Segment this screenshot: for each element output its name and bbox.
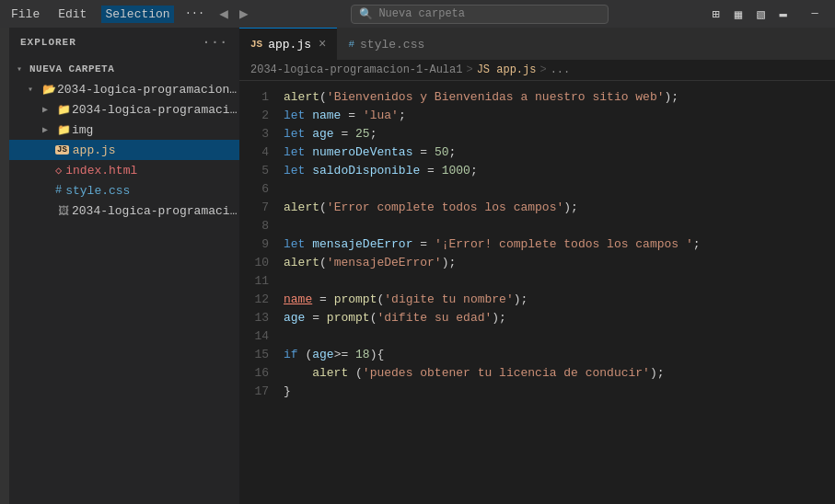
folder-root-label: 2034-logica-programacion-1-Aula1 bbox=[57, 83, 239, 97]
img-expand-icon: ▶ bbox=[42, 124, 55, 135]
menu-file[interactable]: File bbox=[7, 6, 43, 23]
nav-arrows: ◀ ▶ bbox=[215, 5, 251, 23]
search-placeholder: Nueva carpeta bbox=[378, 7, 465, 20]
line-content-12: name = prompt('digite tu nombre'); bbox=[284, 291, 835, 309]
title-bar-right: ⊞ ▦ ▧ ▬ ─ bbox=[708, 5, 828, 24]
folder-expand-icon: ▾ bbox=[28, 84, 41, 95]
line-num-17: 17 bbox=[239, 383, 284, 401]
tab-js-icon: JS bbox=[250, 39, 262, 50]
line-num-9: 9 bbox=[239, 235, 284, 254]
tab-css-icon: # bbox=[348, 39, 354, 50]
code-editor[interactable]: 1 alert('Bienvenidos y Bienvenidas a nue… bbox=[239, 81, 835, 504]
line-num-1: 1 bbox=[239, 88, 284, 107]
code-line-10: 10 alert('mensajeDeError'); bbox=[239, 254, 835, 272]
line-num-11: 11 bbox=[239, 272, 284, 291]
search-input-wrap[interactable]: 🔍 Nueva carpeta bbox=[351, 5, 609, 24]
panel-icon[interactable]: ▬ bbox=[776, 5, 791, 23]
root-folder-label: NUEVA CARPETA bbox=[29, 63, 114, 74]
nav-forward-button[interactable]: ▶ bbox=[236, 5, 252, 23]
file-tree: ▾ NUEVA CARPETA ▾ 📂 2034-logica-programa… bbox=[9, 57, 239, 504]
tab-appjs-label: app.js bbox=[268, 38, 311, 52]
code-line-8: 8 bbox=[239, 217, 835, 235]
minimize-button[interactable]: ─ bbox=[802, 5, 828, 23]
sidebar-item-img[interactable]: ▶ 📁 img bbox=[9, 120, 239, 140]
breadcrumb-symbol: ... bbox=[551, 63, 571, 76]
sidebar-item-appjs[interactable]: JS app.js bbox=[9, 140, 239, 160]
sidebar-item-indexhtml[interactable]: ◇ index.html bbox=[9, 160, 239, 180]
folder-inner-label: 2034-logica-programacion-1-Aula1 bbox=[72, 103, 239, 117]
menu-selection[interactable]: Selection bbox=[101, 6, 173, 23]
folder-closed-icon: 📁 bbox=[55, 103, 72, 117]
line-content-6 bbox=[284, 180, 835, 199]
code-line-3: 3 let age = 25; bbox=[239, 125, 835, 143]
window-controls: ─ bbox=[802, 5, 828, 23]
code-line-15: 15 if (age>= 18){ bbox=[239, 346, 835, 364]
code-line-4: 4 let numeroDeVentas = 50; bbox=[239, 143, 835, 162]
line-num-15: 15 bbox=[239, 346, 284, 364]
search-bar: 🔍 Nueva carpeta bbox=[260, 5, 702, 24]
line-content-11 bbox=[284, 272, 835, 291]
html-file-icon: ◇ bbox=[55, 164, 62, 178]
breadcrumb-sep2: > bbox=[539, 63, 546, 76]
line-content-13: age = prompt('difite su edad'); bbox=[284, 309, 835, 327]
nav-back-button[interactable]: ◀ bbox=[215, 5, 232, 23]
editor-area: JS app.js × # style.css 2034-logica-prog… bbox=[239, 28, 835, 504]
sidebar-item-folder-inner[interactable]: ▶ 📁 2034-logica-programacion-1-Aula1 bbox=[9, 99, 239, 120]
code-line-13: 13 age = prompt('difite su edad'); bbox=[239, 309, 835, 327]
sidebar-item-stylecss[interactable]: # style.css bbox=[9, 180, 239, 200]
remote-icon[interactable]: ⊞ bbox=[708, 5, 723, 24]
line-num-6: 6 bbox=[239, 180, 284, 199]
split-icon[interactable]: ▧ bbox=[753, 5, 768, 24]
tab-appjs-close[interactable]: × bbox=[319, 37, 326, 52]
tab-bar: JS app.js × # style.css bbox=[239, 28, 835, 60]
menu-more[interactable]: ··· bbox=[185, 7, 205, 20]
line-content-8 bbox=[284, 217, 835, 235]
stylecss-label: style.css bbox=[65, 184, 130, 198]
line-num-14: 14 bbox=[239, 327, 284, 346]
sidebar-header: EXPLORER ··· bbox=[9, 28, 239, 57]
line-content-5: let saldoDisponible = 1000; bbox=[284, 162, 835, 180]
js-file-icon: JS bbox=[55, 145, 69, 155]
code-line-1: 1 alert('Bienvenidos y Bienvenidas a nue… bbox=[239, 88, 835, 107]
tab-stylecss[interactable]: # style.css bbox=[337, 28, 435, 60]
image-file-icon: 🖼 bbox=[55, 204, 72, 218]
code-line-16: 16 alert ('puedes obtener tu licencia de… bbox=[239, 364, 835, 383]
longfile-label: 2034-logica-programacion-1-Aula1... bbox=[72, 204, 239, 218]
code-line-5: 5 let saldoDisponible = 1000; bbox=[239, 162, 835, 180]
line-num-12: 12 bbox=[239, 291, 284, 309]
line-content-10: alert('mensajeDeError'); bbox=[284, 254, 835, 272]
folder-open-icon: 📂 bbox=[41, 83, 57, 97]
line-content-17: } bbox=[284, 383, 835, 401]
sidebar-item-nueva-carpeta[interactable]: ▾ NUEVA CARPETA bbox=[9, 59, 239, 79]
code-line-2: 2 let name = 'lua'; bbox=[239, 107, 835, 125]
line-content-4: let numeroDeVentas = 50; bbox=[284, 143, 835, 162]
line-num-2: 2 bbox=[239, 107, 284, 125]
line-num-7: 7 bbox=[239, 199, 284, 217]
expand-icon: ▾ bbox=[17, 63, 29, 74]
explorer-label: EXPLORER bbox=[20, 37, 76, 48]
line-num-3: 3 bbox=[239, 125, 284, 143]
layout-icon[interactable]: ▦ bbox=[731, 5, 746, 24]
tab-appjs[interactable]: JS app.js × bbox=[239, 28, 337, 60]
line-num-10: 10 bbox=[239, 254, 284, 272]
line-num-4: 4 bbox=[239, 143, 284, 162]
line-num-8: 8 bbox=[239, 217, 284, 235]
line-content-15: if (age>= 18){ bbox=[284, 346, 835, 364]
sidebar-menu-button[interactable]: ··· bbox=[203, 35, 228, 50]
sidebar-item-folder-root[interactable]: ▾ 📂 2034-logica-programacion-1-Aula1 bbox=[9, 79, 239, 99]
code-line-12: 12 name = prompt('digite tu nombre'); bbox=[239, 291, 835, 309]
line-content-2: let name = 'lua'; bbox=[284, 107, 835, 125]
code-line-7: 7 alert('Error complete todos los campos… bbox=[239, 199, 835, 217]
sidebar: EXPLORER ··· ▾ NUEVA CARPETA ▾ 📂 2034-lo… bbox=[9, 28, 239, 504]
line-content-1: alert('Bienvenidos y Bienvenidas a nuest… bbox=[284, 88, 835, 107]
title-bar: File Edit Selection ··· ◀ ▶ 🔍 Nueva carp… bbox=[0, 0, 835, 28]
search-icon: 🔍 bbox=[359, 7, 373, 21]
breadcrumb-file: JS app.js bbox=[477, 63, 537, 76]
sidebar-item-longfile[interactable]: 🖼 2034-logica-programacion-1-Aula1... bbox=[9, 200, 239, 221]
menu-edit[interactable]: Edit bbox=[54, 6, 90, 23]
img-folder-label: img bbox=[72, 123, 93, 137]
appjs-label: app.js bbox=[73, 143, 116, 157]
menu-bar: File Edit Selection ··· bbox=[7, 6, 204, 23]
line-content-16: alert ('puedes obtener tu licencia de co… bbox=[284, 364, 835, 383]
line-num-16: 16 bbox=[239, 364, 284, 383]
